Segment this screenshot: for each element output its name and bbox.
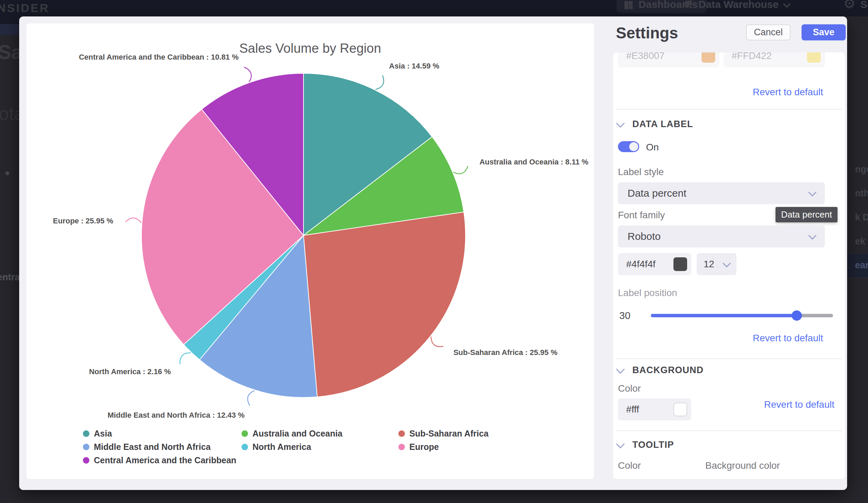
font-color-input[interactable]: #4f4f4f bbox=[618, 253, 691, 275]
legend-label: Australia and Oceania bbox=[252, 429, 342, 439]
database-icon bbox=[683, 0, 694, 10]
legend-dot-icon bbox=[399, 430, 405, 437]
legend-label: Europe bbox=[409, 442, 439, 452]
legend-dot-icon bbox=[241, 430, 248, 437]
legend-item: Asia bbox=[83, 427, 241, 440]
label-position-label: Label position bbox=[618, 287, 677, 298]
legend-dot-icon bbox=[399, 444, 405, 450]
page-title: Settings bbox=[616, 24, 678, 42]
app-logo: NSIDER bbox=[0, 1, 49, 15]
background-color-label: Color bbox=[618, 383, 641, 394]
section-divider bbox=[616, 109, 842, 110]
background-menu-item[interactable]: nth bbox=[847, 182, 868, 206]
legend-label: Sub-Saharan Africa bbox=[409, 429, 488, 439]
slider-fill bbox=[651, 314, 797, 317]
settings-scroll-area[interactable]: #E38007 #FFD422 Revert to default DATA L… bbox=[613, 52, 845, 479]
legend-label: North America bbox=[252, 442, 311, 452]
revert-to-default-link[interactable]: Revert to default bbox=[764, 399, 835, 410]
legend-item: Sub-Saharan Africa bbox=[399, 427, 488, 440]
nav-data-warehouse-button[interactable]: Data Warehouse bbox=[683, 0, 789, 13]
toggle-knob bbox=[629, 142, 638, 151]
tooltip-color-label: Color bbox=[618, 460, 641, 471]
section-divider bbox=[616, 358, 842, 359]
label-style-dropdown[interactable]: Data percent bbox=[618, 182, 825, 204]
pie-slice[interactable] bbox=[303, 212, 465, 397]
settings-modal: Sales Volume by Region Asia : 14.59 %Aus… bbox=[19, 17, 847, 490]
toggle-state-label: On bbox=[646, 142, 659, 153]
gear-icon: ⚙ bbox=[843, 0, 856, 10]
chevron-down-icon bbox=[616, 440, 624, 448]
background-menu-item[interactable]: nge bbox=[847, 157, 868, 182]
series-color-input[interactable]: #FFD422 bbox=[723, 52, 825, 68]
section-header-data-label[interactable]: DATA LABEL bbox=[617, 119, 693, 130]
section-title: DATA LABEL bbox=[632, 119, 693, 130]
series-color-swatch[interactable] bbox=[702, 52, 715, 63]
font-family-label: Font family bbox=[618, 210, 665, 220]
background-color-input[interactable]: #fff bbox=[618, 399, 691, 420]
tooltip-background-color-label: Background color bbox=[705, 460, 780, 471]
chevron-down-icon bbox=[616, 365, 624, 373]
pie-chart bbox=[27, 23, 594, 479]
data-label-toggle[interactable] bbox=[618, 141, 639, 152]
label-style-value: Data percent bbox=[628, 187, 809, 199]
background-menu-item[interactable]: k D bbox=[847, 206, 868, 229]
legend-label: Middle East and North Africa bbox=[94, 442, 211, 452]
chart-card: Sales Volume by Region Asia : 14.59 %Aus… bbox=[27, 23, 594, 479]
dashboard-icon bbox=[623, 0, 634, 10]
legend-item: Australia and Oceania bbox=[241, 427, 399, 440]
font-size-dropdown[interactable]: 12 bbox=[697, 253, 736, 275]
legend-dot-icon bbox=[83, 457, 90, 464]
label-leader-line bbox=[375, 75, 384, 90]
legend-dot-icon bbox=[83, 430, 90, 437]
chevron-down-icon bbox=[616, 119, 624, 127]
section-title: TOOLTIP bbox=[632, 440, 674, 450]
chart-legend: AsiaAustralia and OceaniaSub-Saharan Afr… bbox=[83, 427, 488, 467]
section-divider bbox=[616, 430, 842, 431]
slider-thumb[interactable] bbox=[792, 310, 802, 321]
screen: { "topbar": { "logo_text": "NSIDER", "da… bbox=[0, 0, 868, 503]
nav-data-warehouse-label: Data Warehouse bbox=[699, 0, 778, 10]
section-header-background[interactable]: BACKGROUND bbox=[617, 365, 704, 376]
font-family-value: Roboto bbox=[628, 230, 809, 242]
label-position-slider[interactable] bbox=[651, 314, 833, 317]
dropdown-tooltip: Data percent bbox=[775, 207, 837, 222]
font-color-swatch[interactable] bbox=[673, 257, 687, 271]
label-leader-line bbox=[244, 67, 251, 82]
background-color-value: #fff bbox=[626, 404, 673, 415]
revert-to-default-link[interactable]: Revert to default bbox=[753, 87, 823, 97]
revert-to-default-link[interactable]: Revert to default bbox=[753, 333, 823, 344]
section-header-tooltip[interactable]: TOOLTIP bbox=[617, 440, 674, 450]
chevron-down-icon bbox=[808, 188, 816, 196]
legend-label: Central America and the Caribbean bbox=[94, 455, 236, 465]
background-menu-item[interactable]: ek bbox=[847, 229, 868, 254]
series-color-input[interactable]: #E38007 bbox=[618, 52, 719, 68]
font-family-dropdown[interactable]: Roboto bbox=[618, 225, 825, 247]
nav-settings-label: Se bbox=[860, 0, 868, 10]
series-color-value: #E38007 bbox=[626, 52, 702, 61]
series-color-swatch[interactable] bbox=[807, 52, 821, 63]
save-button[interactable]: Save bbox=[802, 24, 846, 40]
cancel-button[interactable]: Cancel bbox=[746, 24, 790, 40]
label-style-label: Label style bbox=[618, 166, 664, 177]
legend-item: Central America and the Caribbean bbox=[83, 454, 241, 467]
legend-dot-icon bbox=[241, 444, 248, 450]
legend-item: Middle East and North Africa bbox=[83, 440, 241, 454]
nav-settings-button[interactable]: ⚙ Se bbox=[843, 0, 868, 13]
font-color-value: #4f4f4f bbox=[626, 259, 673, 270]
legend-item: Europe bbox=[399, 440, 488, 454]
label-leader-line bbox=[431, 337, 443, 346]
legend-item: North America bbox=[241, 440, 399, 454]
legend-label: Asia bbox=[94, 429, 112, 439]
chevron-down-icon bbox=[783, 0, 791, 8]
label-leader-line bbox=[248, 391, 255, 406]
chevron-down-icon bbox=[808, 231, 816, 239]
background-color-swatch[interactable] bbox=[673, 403, 687, 416]
top-nav-bar: NSIDER Dashboards Data Warehouse ⚙ Se bbox=[0, 0, 868, 17]
label-leader-line bbox=[180, 353, 191, 364]
label-leader-line bbox=[454, 166, 468, 174]
background-dropdown-menu: ngenthk Dekear bbox=[847, 157, 868, 278]
section-title: BACKGROUND bbox=[632, 365, 704, 376]
carousel-dot bbox=[6, 171, 9, 175]
series-color-value: #FFD422 bbox=[732, 52, 807, 61]
background-menu-item[interactable]: ear bbox=[847, 254, 868, 278]
